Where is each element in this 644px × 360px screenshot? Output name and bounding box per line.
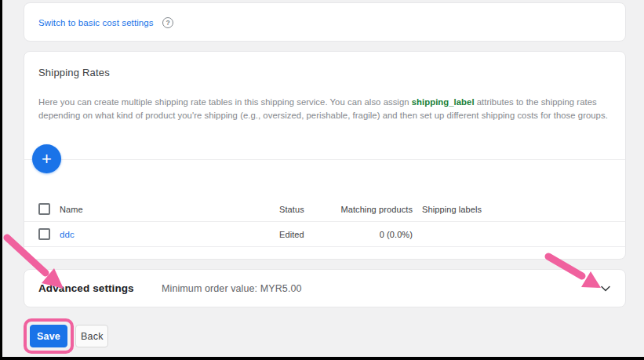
column-header-matching-products: Matching products xyxy=(315,197,413,221)
row-checkbox[interactable] xyxy=(38,228,50,240)
back-button[interactable]: Back xyxy=(75,325,108,347)
table-header-row: Name Status Matching products Shipping l… xyxy=(24,197,625,222)
row-status-cell: Edited xyxy=(279,222,304,246)
description-text: Here you can create multiple shipping ra… xyxy=(38,97,412,107)
help-icon[interactable]: ? xyxy=(162,17,173,28)
row-name-cell: ddc xyxy=(60,222,75,246)
column-header-status: Status xyxy=(279,197,304,221)
shipping-rates-card: Shipping Rates Here you can create multi… xyxy=(24,51,626,260)
window-edge-bottom xyxy=(0,357,644,360)
select-all-checkbox[interactable] xyxy=(38,203,50,215)
row-matching-products-cell: 0 (0.0%) xyxy=(315,222,413,246)
advanced-settings-label: Advanced settings xyxy=(38,282,134,294)
column-header-shipping-labels: Shipping labels xyxy=(422,197,482,221)
shipping-rates-title: Shipping Rates xyxy=(38,67,110,78)
add-shipping-rate-button[interactable]: + xyxy=(32,144,61,173)
row-checkbox-cell xyxy=(38,222,51,246)
advanced-settings-bar[interactable]: Advanced settings Minimum order value: M… xyxy=(24,269,626,307)
shipping-rate-link[interactable]: ddc xyxy=(60,230,75,239)
save-button[interactable]: Save xyxy=(30,325,67,347)
shipping-label-attribute: shipping_label xyxy=(412,97,475,107)
cost-settings-card: Switch to basic cost settings ? xyxy=(24,2,626,42)
window-edge-left xyxy=(0,0,2,360)
column-header-name: Name xyxy=(60,197,83,221)
divider xyxy=(24,159,625,160)
advanced-settings-summary: Minimum order value: MYR5.00 xyxy=(162,283,302,294)
select-all-checkbox-cell xyxy=(38,197,51,221)
switch-basic-cost-link[interactable]: Switch to basic cost settings xyxy=(38,18,154,27)
table-row: ddc Edited 0 (0.0%) xyxy=(24,222,625,247)
chevron-down-icon[interactable] xyxy=(599,282,613,296)
shipping-rates-description: Here you can create multiple shipping ra… xyxy=(38,96,609,122)
